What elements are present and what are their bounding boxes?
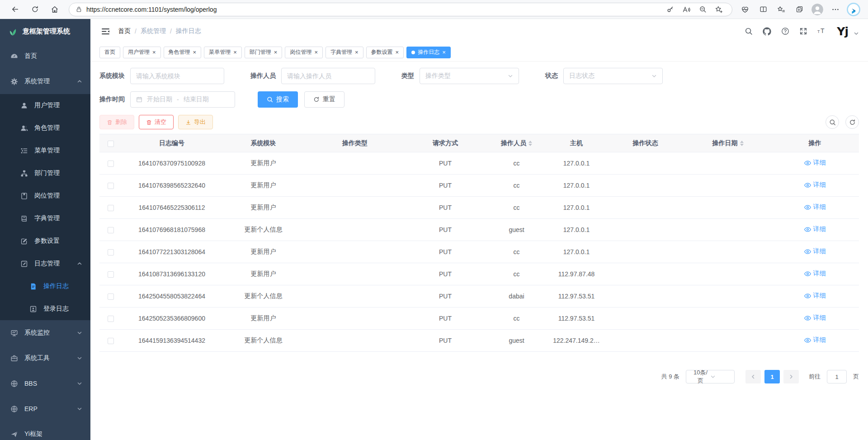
sidebar-item-dept-management[interactable]: 部门管理 <box>0 162 90 185</box>
detail-link[interactable]: 详细 <box>804 225 826 233</box>
password-key-icon <box>666 5 674 13</box>
search-button[interactable]: 搜索 <box>258 91 298 108</box>
sidebar-item-post-management[interactable]: 岗位管理 <box>0 185 90 207</box>
row-checkbox[interactable] <box>108 161 114 167</box>
home-button[interactable] <box>47 2 62 17</box>
status-select[interactable]: 日志状态 <box>563 68 663 84</box>
more-button[interactable] <box>828 2 843 17</box>
prev-page-button[interactable] <box>745 370 761 383</box>
tab-home[interactable]: 首页 <box>99 47 120 58</box>
detail-link[interactable]: 详细 <box>804 203 826 211</box>
tab-close-icon[interactable]: × <box>233 49 237 56</box>
sidebar-item-role-management[interactable]: 角色管理 <box>0 117 90 139</box>
tab-close-icon[interactable]: × <box>442 49 446 56</box>
sidebar-item-system-tools[interactable]: 系统工具 <box>0 345 90 371</box>
search-button[interactable] <box>745 27 753 35</box>
tab-close-icon[interactable]: × <box>314 49 318 56</box>
zoom-out-button[interactable] <box>696 4 709 15</box>
sidebar-item-param-settings[interactable]: 参数设置 <box>0 230 90 252</box>
delete-button[interactable]: 删除 <box>99 115 134 129</box>
add-favorite-button[interactable] <box>712 4 726 15</box>
sidebar-item-yi-framework[interactable]: Yi框架 <box>0 421 90 440</box>
sidebar-item-system-management[interactable]: 系统管理 <box>0 69 90 94</box>
column-header-operator[interactable]: 操作人员 <box>486 139 547 148</box>
sidebar-item-menu-management[interactable]: 菜单管理 <box>0 139 90 162</box>
operator-input[interactable] <box>281 68 375 84</box>
detail-link[interactable]: 详细 <box>804 181 826 189</box>
row-checkbox[interactable] <box>108 183 114 189</box>
breadcrumb-item-home[interactable]: 首页 <box>118 27 131 35</box>
sidebar-item-bbs[interactable]: BBS <box>0 371 90 396</box>
select-all-checkbox[interactable] <box>108 141 114 147</box>
tab-close-icon[interactable]: × <box>193 49 197 56</box>
tab-close-icon[interactable]: × <box>396 49 399 56</box>
refresh-table-button[interactable] <box>845 115 859 129</box>
back-button[interactable] <box>7 2 23 17</box>
fullscreen-icon <box>799 27 807 35</box>
tab-menu-management[interactable]: 菜单管理× <box>204 47 242 58</box>
tab-close-icon[interactable]: × <box>152 49 156 56</box>
tab-close-icon[interactable]: × <box>274 49 278 56</box>
tab-close-icon[interactable]: × <box>355 49 359 56</box>
type-select[interactable]: 操作类型 <box>420 68 519 84</box>
export-button[interactable]: 导出 <box>178 115 213 129</box>
tab-dept-management[interactable]: 部门管理× <box>245 47 283 58</box>
address-bar[interactable]: https://ccnetcore.com:1101/system/log/op… <box>69 3 732 16</box>
tab-operation-log[interactable]: 操作日志× <box>406 47 451 58</box>
sidebar-item-dict-management[interactable]: 字典管理 <box>0 207 90 230</box>
detail-link[interactable]: 详细 <box>804 247 826 255</box>
module-input[interactable] <box>130 68 224 84</box>
detail-link[interactable]: 详细 <box>804 314 826 322</box>
reset-button[interactable]: 重置 <box>304 91 344 108</box>
sidebar-item-erp[interactable]: ERP <box>0 396 90 421</box>
sidebar-fold-button[interactable] <box>99 26 112 37</box>
sidebar-item-home[interactable]: 首页 <box>0 43 90 69</box>
tab-user-management[interactable]: 用户管理× <box>123 47 161 58</box>
tab-post-management[interactable]: 岗位管理× <box>285 47 323 58</box>
tab-param-settings[interactable]: 参数设置× <box>366 47 404 58</box>
collections-button[interactable] <box>792 2 807 17</box>
detail-link[interactable]: 详细 <box>804 292 826 300</box>
column-header-date[interactable]: 操作日期 <box>685 139 771 148</box>
password-key-button[interactable] <box>663 4 677 15</box>
row-checkbox[interactable] <box>108 316 114 322</box>
read-aloud-button[interactable] <box>679 4 693 15</box>
split-screen-button[interactable] <box>756 2 770 17</box>
bing-button[interactable] <box>846 2 861 17</box>
detail-link[interactable]: 详细 <box>804 159 826 167</box>
github-button[interactable] <box>763 27 771 36</box>
favorites-button[interactable] <box>774 2 788 17</box>
sidebar-item-login-log[interactable]: 登录日志 <box>0 298 90 320</box>
page-1-button[interactable]: 1 <box>764 370 780 383</box>
row-checkbox[interactable] <box>108 338 114 344</box>
browser-essentials-button[interactable] <box>738 2 752 17</box>
row-checkbox[interactable] <box>108 227 114 233</box>
font-size-button[interactable]: TT <box>817 28 827 35</box>
page-size-select[interactable]: 10条/页 <box>686 370 735 383</box>
goto-page-input[interactable] <box>827 370 847 383</box>
sort-carets-icon[interactable] <box>528 139 532 148</box>
profile-avatar-button[interactable] <box>810 2 825 17</box>
row-checkbox[interactable] <box>108 271 114 278</box>
sidebar-item-log-management[interactable]: 日志管理 <box>0 252 90 275</box>
sort-carets-icon[interactable] <box>740 139 744 148</box>
next-page-button[interactable] <box>783 370 799 383</box>
detail-link[interactable]: 详细 <box>804 270 826 278</box>
tab-role-management[interactable]: 角色管理× <box>164 47 202 58</box>
sidebar-item-user-management[interactable]: 用户管理 <box>0 94 90 117</box>
date-range-input[interactable]: 开始日期 - 结束日期 <box>130 91 235 108</box>
refresh-button[interactable] <box>27 2 42 17</box>
detail-link[interactable]: 详细 <box>804 336 826 344</box>
help-button[interactable] <box>781 27 789 35</box>
user-avatar-logo[interactable]: Yj <box>837 26 848 37</box>
fullscreen-button[interactable] <box>799 27 807 35</box>
sidebar-item-operation-log[interactable]: 操作日志 <box>0 275 90 298</box>
github-icon <box>763 27 771 36</box>
row-checkbox[interactable] <box>108 293 114 300</box>
tab-dict-management[interactable]: 字典管理× <box>326 47 363 58</box>
sidebar-item-system-monitor[interactable]: 系统监控 <box>0 320 90 345</box>
row-checkbox[interactable] <box>108 249 114 255</box>
row-checkbox[interactable] <box>108 205 114 211</box>
clear-button[interactable]: 清空 <box>139 115 174 129</box>
toggle-search-button[interactable] <box>826 115 839 129</box>
